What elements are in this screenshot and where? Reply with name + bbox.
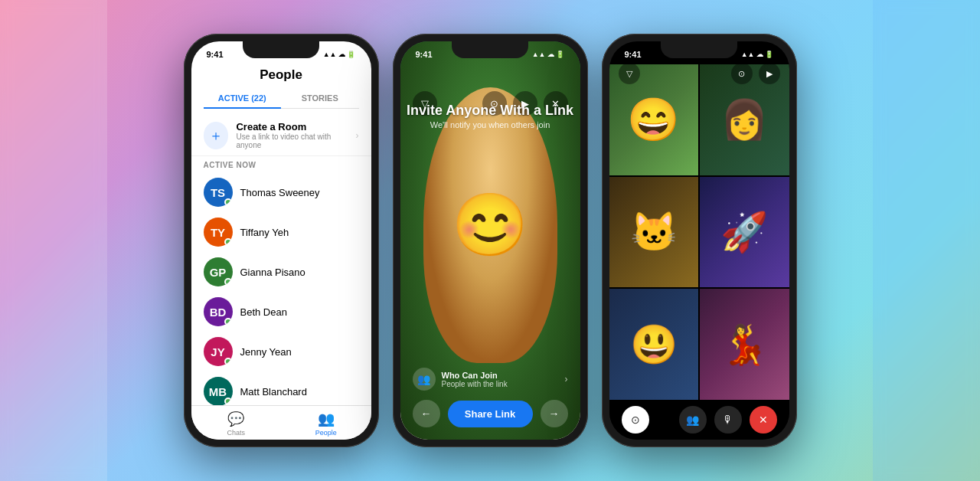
person-name: Gianna Pisano [240, 267, 305, 278]
create-room-icon: ＋ [204, 122, 229, 149]
share-link-button[interactable]: Share Link [448, 401, 533, 427]
online-indicator [224, 358, 232, 365]
cell-bg-5: 😃 [609, 289, 699, 400]
avatar-initials: GP [210, 266, 227, 279]
forward-arrow-button[interactable]: → [541, 400, 568, 427]
nav-people-label: People [315, 429, 337, 437]
chats-icon: 💬 [227, 411, 244, 427]
notch-1 [243, 41, 319, 58]
create-room-text: Create a Room Use a link to video chat w… [236, 121, 348, 149]
invite-title: Invite Anyone With a Link [400, 103, 580, 119]
tab-active[interactable]: ACTIVE (22) [204, 89, 282, 109]
avatar: BD [204, 297, 233, 326]
person-name: Jenny Yean [240, 346, 292, 358]
avatar: MB [204, 377, 233, 405]
time-1: 9:41 [207, 50, 224, 59]
back-arrow-button[interactable]: ← [413, 400, 440, 427]
time-3: 9:41 [625, 50, 642, 59]
avatar: GP [204, 257, 233, 286]
signal-icons-3: ▲▲ ☁ 🔋 [741, 51, 774, 58]
who-can-join-row[interactable]: 👥 Who Can Join People with the link › [400, 363, 580, 395]
online-indicator [224, 198, 232, 206]
p3-bottom-controls: ⊙ 👥 🎙 ✕ [609, 400, 789, 440]
phone-3-screen: 9:41 ▲▲ ☁ 🔋 ▽ ⊙ ▶ 😄 👩 [609, 41, 789, 440]
person-name: Matt Blanchard [240, 386, 307, 398]
create-room-item[interactable]: ＋ Create a Room Use a link to video chat… [191, 115, 371, 156]
people-icon: 👥 [318, 411, 335, 427]
list-item[interactable]: MB Matt Blanchard [191, 371, 371, 405]
signal-icons-1: ▲▲ ☁ 🔋 [323, 51, 356, 58]
video-cell-5: 😃 [609, 289, 699, 400]
avatar: JY [204, 337, 233, 366]
list-item[interactable]: TS Thomas Sweeney [191, 172, 371, 212]
list-item[interactable]: GP Gianna Pisano [191, 252, 371, 292]
invite-text-block: Invite Anyone With a Link We'll notify y… [400, 103, 580, 129]
avatar: TY [204, 218, 233, 247]
avatar-initials: TY [211, 226, 225, 239]
chevron-right-icon: › [565, 374, 568, 384]
person-name: Thomas Sweeney [240, 187, 320, 198]
p2-bottom-controls: 👥 Who Can Join People with the link › ← … [400, 363, 580, 440]
bottom-nav: 💬 Chats 👥 People [191, 405, 371, 440]
create-room-sublabel: Use a link to video chat with anyone [236, 133, 348, 149]
cell-bg-4: 🚀 [700, 177, 789, 288]
create-room-label: Create a Room [236, 121, 348, 133]
who-can-join-label: Who Can Join [442, 371, 559, 380]
mute-button[interactable]: 🎙 [714, 406, 742, 434]
video-grid: 😄 👩 🐱 🚀 [609, 64, 789, 400]
invite-subtitle: We'll notify you when others join [400, 120, 580, 129]
online-indicator [224, 238, 232, 246]
people-list: TS Thomas Sweeney TY Tiffany Yeh GP Gian… [191, 172, 371, 405]
avatar-initials: JY [211, 345, 224, 358]
active-now-label: ACTIVE NOW [191, 156, 371, 172]
online-indicator [224, 278, 232, 286]
phone-1: 9:41 ▲▲ ☁ 🔋 People ACTIVE (22) STORIES ＋… [184, 34, 379, 447]
phones-container: 9:41 ▲▲ ☁ 🔋 People ACTIVE (22) STORIES ＋… [0, 0, 980, 481]
online-indicator [224, 318, 232, 326]
nav-people[interactable]: 👥 People [281, 411, 371, 437]
p1-tabs: ACTIVE (22) STORIES [204, 89, 359, 109]
notch-3 [661, 41, 737, 58]
phone-2: 9:41 ▲▲ ☁ 🔋 😊 ▽ ⊙ ▶ ✕ Invite Anyone W [393, 34, 588, 447]
avatar-initials: MB [209, 385, 227, 398]
nav-chats-label: Chats [227, 429, 245, 437]
video-cell-3: 🐱 [609, 177, 699, 288]
signal-icons-2: ▲▲ ☁ 🔋 [532, 51, 565, 58]
camera-capture-button[interactable]: ⊙ [622, 406, 649, 434]
list-item[interactable]: JY Jenny Yean [191, 332, 371, 371]
who-can-join-sub: People with the link [442, 380, 559, 388]
video-cell-4: 🚀 [700, 177, 789, 288]
page-title: People [260, 67, 302, 82]
group-invite-button[interactable]: 👥 [679, 406, 707, 434]
chevron-right-icon: › [356, 130, 359, 141]
list-item[interactable]: BD Beth Dean [191, 292, 371, 332]
end-call-button[interactable]: ✕ [750, 406, 777, 434]
video-cell-6: 💃 [700, 289, 789, 400]
avatar: TS [204, 178, 233, 207]
cell-bg-3: 🐱 [609, 177, 699, 288]
video-toggle-button[interactable]: ▶ [759, 63, 780, 84]
nav-chats[interactable]: 💬 Chats [191, 411, 282, 437]
time-2: 9:41 [416, 50, 433, 59]
avatar-initials: BD [210, 306, 227, 319]
p2-action-row: ← Share Link → [400, 395, 580, 432]
phone-3: 9:41 ▲▲ ☁ 🔋 ▽ ⊙ ▶ 😄 👩 [602, 34, 797, 447]
who-can-join-text: Who Can Join People with the link [442, 371, 559, 388]
cell-bg-6: 💃 [700, 289, 789, 400]
person-name: Beth Dean [240, 306, 287, 318]
notch-2 [452, 41, 528, 58]
p1-header: People [191, 64, 371, 89]
camera-button[interactable]: ⊙ [731, 63, 753, 84]
phone-1-screen: 9:41 ▲▲ ☁ 🔋 People ACTIVE (22) STORIES ＋… [191, 41, 371, 440]
p3-top-bar: ⊙ ▶ [609, 63, 789, 84]
person-name: Tiffany Yeh [240, 227, 289, 238]
group-icon: 👥 [413, 368, 436, 391]
online-indicator [224, 398, 232, 405]
phone-2-screen: 9:41 ▲▲ ☁ 🔋 😊 ▽ ⊙ ▶ ✕ Invite Anyone W [400, 41, 580, 440]
tab-stories[interactable]: STORIES [281, 89, 359, 108]
avatar-initials: TS [211, 186, 225, 199]
list-item[interactable]: TY Tiffany Yeh [191, 212, 371, 252]
